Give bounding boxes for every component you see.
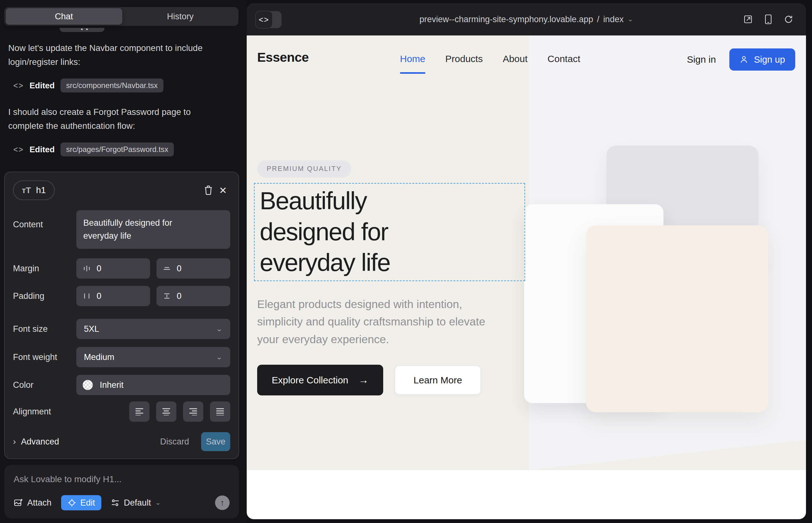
model-default-button[interactable]: Default ⌄: [111, 498, 161, 508]
color-select[interactable]: Inherit: [76, 375, 230, 395]
delete-element-button[interactable]: [201, 183, 216, 198]
open-external-icon[interactable]: [743, 15, 753, 24]
send-button[interactable]: ↑: [215, 495, 230, 510]
padding-y-input[interactable]: 0: [156, 286, 230, 306]
typography-icon: тT: [22, 185, 31, 195]
arrow-right-icon: →: [358, 374, 369, 386]
font-size-select[interactable]: 5XL ⌄: [76, 319, 230, 339]
refresh-icon[interactable]: [784, 15, 793, 24]
element-editor-panel: тT h1 ✕ Content Beautifully designed: [4, 172, 239, 459]
chevron-down-icon: ⌄: [216, 325, 223, 333]
chevron-down-icon: ⌄: [155, 500, 161, 506]
code-icon: <>: [13, 145, 24, 154]
align-justify-icon: [216, 408, 225, 415]
sliders-icon: [111, 499, 120, 507]
content-label: Content: [13, 210, 76, 230]
hero-diagonal-shape: [529, 440, 806, 470]
assistant-message: Now let's update the Navbar component to…: [8, 41, 217, 69]
target-icon: [68, 498, 76, 507]
url-bar[interactable]: preview--charming-site-symphony.lovable.…: [247, 3, 806, 35]
learn-more-button[interactable]: Learn More: [394, 365, 481, 395]
margin-label: Margin: [13, 264, 76, 273]
sign-in-link[interactable]: Sign in: [687, 54, 716, 65]
content-input[interactable]: Beautifully designed for everyday life: [76, 210, 230, 249]
save-button[interactable]: Save: [201, 432, 230, 451]
code-icon: <>: [13, 81, 24, 90]
align-right-icon: [189, 408, 198, 415]
site-logo[interactable]: Essence: [257, 50, 309, 65]
edited-label: Edited: [30, 145, 54, 155]
close-icon: ✕: [219, 185, 227, 196]
premium-quality-badge: PREMIUM QUALITY: [257, 160, 351, 178]
margin-x-input[interactable]: 0: [76, 258, 150, 278]
chevron-right-icon: ›: [13, 437, 16, 447]
site-navbar: Essence Home Products About Contact Sign…: [247, 35, 806, 84]
font-weight-label: Font weight: [13, 353, 76, 362]
chat-history-tabs: Chat History: [4, 7, 239, 26]
mobile-view-icon[interactable]: [765, 14, 772, 24]
font-weight-select[interactable]: Medium ⌄: [76, 347, 230, 367]
nav-link-home[interactable]: Home: [400, 54, 425, 66]
assistant-message: I should also create a Forgot Password p…: [8, 105, 217, 133]
edited-file-row: <> Edited src/components/Navbar.tsx: [13, 78, 230, 92]
site-canvas: Essence Home Products About Contact Sign…: [247, 35, 806, 519]
color-label: Color: [13, 380, 76, 390]
color-swatch: [83, 380, 93, 390]
selected-h1-outline[interactable]: Beautifully designed for everyday life: [254, 183, 525, 281]
nav-link-products[interactable]: Products: [445, 54, 483, 66]
sign-up-button[interactable]: Sign up: [729, 49, 795, 71]
attach-button[interactable]: Attach: [14, 498, 52, 508]
trash-icon: [204, 185, 213, 195]
preview-toolbar: <> preview--charming-site-symphony.lovab…: [247, 3, 806, 35]
edited-file-row: <> Edited src/pages/ForgotPassword.tsx: [13, 142, 230, 157]
preview-window: <> preview--charming-site-symphony.lovab…: [247, 3, 806, 519]
font-size-label: Font size: [13, 324, 76, 334]
preview-path: index: [603, 15, 624, 24]
url-separator: /: [597, 15, 600, 24]
selected-element-pill: тT h1: [13, 180, 55, 200]
tab-chat[interactable]: Chat: [6, 8, 122, 25]
chevron-down-icon: ⌄: [216, 353, 223, 361]
user-icon: [740, 55, 748, 64]
margin-y-input[interactable]: 0: [156, 258, 230, 278]
hero-heading: Beautifully designed for everyday life: [254, 184, 525, 278]
preview-url: preview--charming-site-symphony.lovable.…: [419, 15, 593, 24]
chevron-down-icon: ⌄: [628, 16, 633, 23]
advanced-toggle[interactable]: › Advanced: [13, 437, 59, 447]
align-left-icon: [135, 408, 144, 415]
align-right-button[interactable]: [183, 401, 203, 422]
align-left-button[interactable]: [129, 401, 149, 422]
padding-label: Padding: [13, 291, 76, 301]
margin-vertical-icon: [163, 264, 171, 273]
file-badge[interactable]: src/components/Navbar.tsx: [60, 78, 163, 92]
tab-history[interactable]: History: [122, 8, 239, 25]
explore-collection-button[interactable]: Explore Collection →: [257, 365, 383, 395]
margin-horizontal-icon: [83, 264, 91, 273]
chat-input[interactable]: [14, 474, 216, 484]
hero-paragraph: Elegant products designed with intention…: [257, 296, 501, 348]
padding-horizontal-icon: [83, 292, 91, 300]
scrolled-badge-remnant: [59, 28, 105, 32]
close-editor-button[interactable]: ✕: [216, 183, 230, 198]
edit-mode-button[interactable]: Edit: [61, 495, 102, 510]
element-tag: h1: [36, 185, 46, 195]
alignment-label: Alignment: [13, 407, 76, 417]
align-justify-button[interactable]: [210, 401, 230, 422]
align-center-button[interactable]: [156, 401, 176, 422]
app-window: Chat History Now let's update the Navbar…: [0, 0, 812, 523]
arrow-up-icon: ↑: [220, 498, 225, 508]
align-center-icon: [162, 408, 171, 415]
padding-vertical-icon: [163, 292, 171, 300]
discard-button[interactable]: Discard: [160, 437, 189, 447]
attach-image-icon: [14, 498, 23, 507]
padding-x-input[interactable]: 0: [76, 286, 150, 306]
decorative-card-beige: [586, 226, 768, 412]
chat-messages: Now let's update the Navbar component to…: [8, 41, 230, 169]
edited-label: Edited: [30, 81, 54, 91]
chat-composer: Attach Edit Default ⌄: [4, 465, 239, 519]
file-badge[interactable]: src/pages/ForgotPassword.tsx: [60, 142, 174, 157]
nav-link-contact[interactable]: Contact: [548, 54, 580, 66]
chat-panel: Chat History Now let's update the Navbar…: [0, 0, 247, 523]
nav-link-about[interactable]: About: [502, 54, 527, 66]
